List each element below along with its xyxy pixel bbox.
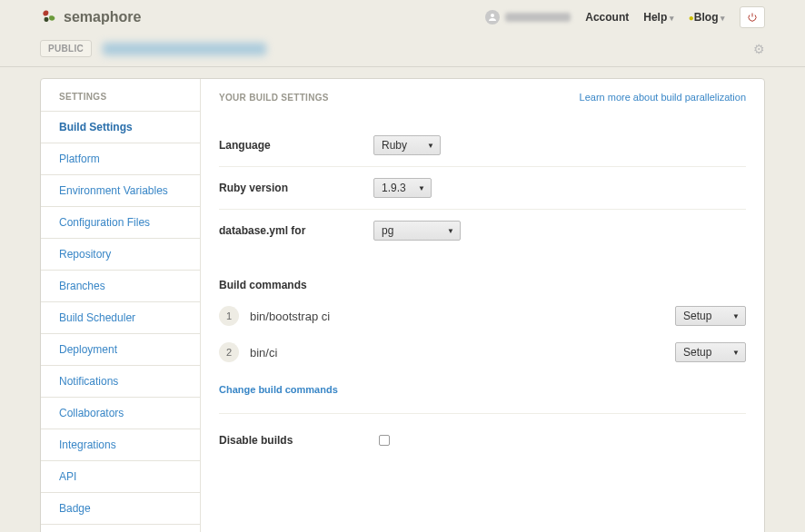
content-area: YOUR BUILD SETTINGS Learn more about bui… [201,79,764,532]
command-stage-select[interactable]: Setup [675,342,746,362]
sidebar-item-branches[interactable]: Branches [41,271,200,302]
database-label: database.yml for [219,224,373,237]
sidebar-item-notifications[interactable]: Notifications [41,366,200,398]
user-menu[interactable] [485,10,571,25]
nav-blog[interactable]: ●Blog [689,11,725,24]
learn-more-link[interactable]: Learn more about build parallelization [580,92,746,103]
sidebar-item-delete-project[interactable]: Delete Project [41,525,200,532]
visibility-badge: PUBLIC [40,40,92,57]
svg-point-0 [491,14,494,17]
command-number: 1 [219,306,239,326]
sidebar-item-env-vars[interactable]: Environment Variables [41,175,200,207]
disable-builds-checkbox[interactable] [379,435,390,446]
database-select[interactable]: pg [373,221,461,241]
language-select[interactable]: Ruby [373,135,441,155]
top-right-nav: Account Help ●Blog [485,6,765,28]
command-text: bin/bootstrap ci [250,310,664,323]
command-text: bin/ci [250,346,664,360]
sidebar-item-build-settings[interactable]: Build Settings [41,112,200,143]
power-icon [747,12,758,23]
ruby-version-select[interactable]: 1.9.3 [373,178,432,198]
gear-icon[interactable]: ⚙ [753,42,765,56]
sidebar-heading: SETTINGS [41,79,200,112]
topbar: semaphore Account Help ●Blog [0,0,805,34]
brand-logo[interactable]: semaphore [40,7,141,27]
disable-builds-label: Disable builds [219,434,379,447]
sidebar-item-deployment[interactable]: Deployment [41,334,200,366]
logout-button[interactable] [740,6,765,28]
command-row: 2 bin/ci Setup [219,342,746,362]
sidebar-item-badge[interactable]: Badge [41,493,200,525]
sidebar-item-platform[interactable]: Platform [41,143,200,175]
build-commands-heading: Build commands [219,279,746,291]
nav-account[interactable]: Account [585,11,629,24]
sidebar-item-build-scheduler[interactable]: Build Scheduler [41,302,200,334]
language-label: Language [219,139,373,152]
sidebar-item-integrations[interactable]: Integrations [41,429,200,461]
ruby-version-label: Ruby version [219,182,373,194]
content-heading: YOUR BUILD SETTINGS [219,93,329,103]
change-build-commands-link[interactable]: Change build commands [219,384,746,414]
sidebar-item-config-files[interactable]: Configuration Files [41,207,200,239]
command-row: 1 bin/bootstrap ci Setup [219,306,746,326]
command-number: 2 [219,342,239,362]
sidebar-item-api[interactable]: API [41,461,200,493]
sidebar-item-repository[interactable]: Repository [41,239,200,271]
command-stage-select[interactable]: Setup [675,306,746,326]
settings-sidebar: SETTINGS Build Settings Platform Environ… [41,79,201,532]
semaphore-icon [40,7,60,27]
brand-name: semaphore [64,9,141,25]
sidebar-item-collaborators[interactable]: Collaborators [41,398,200,429]
breadcrumb-bar: PUBLIC ⚙ [0,34,805,67]
username-redacted [505,13,571,22]
nav-help[interactable]: Help [643,11,674,24]
disable-builds-row: Disable builds [219,434,746,447]
avatar-icon [485,10,500,25]
breadcrumb-redacted [103,43,266,55]
settings-panel: SETTINGS Build Settings Platform Environ… [40,78,765,532]
